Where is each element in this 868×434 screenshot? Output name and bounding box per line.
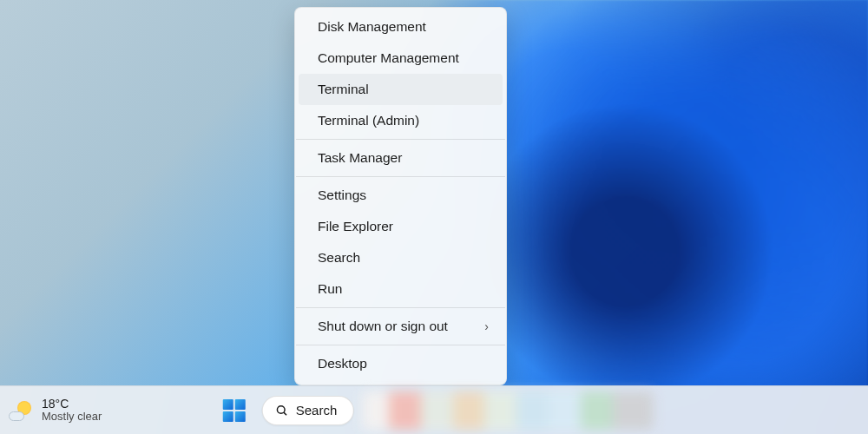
menu-item-label: Search (318, 250, 360, 266)
start-button[interactable] (215, 391, 253, 430)
menu-item-task-manager[interactable]: Task Manager (299, 142, 503, 174)
taskbar-center: Search (215, 386, 654, 434)
menu-item-search[interactable]: Search (299, 242, 503, 273)
chevron-right-icon: › (484, 319, 489, 333)
menu-item-file-explorer[interactable]: File Explorer (299, 211, 503, 242)
desktop[interactable]: Disk ManagementComputer ManagementTermin… (0, 0, 868, 434)
menu-item-label: Settings (318, 187, 366, 203)
menu-item-disk-management[interactable]: Disk Management (299, 11, 503, 43)
menu-item-label: File Explorer (318, 219, 393, 234)
menu-item-run[interactable]: Run (299, 273, 503, 305)
weather-description: Mostly clear (42, 411, 102, 424)
search-label: Search (296, 403, 338, 418)
svg-point-0 (277, 405, 285, 413)
weather-temp: 18°C (42, 397, 102, 411)
menu-item-shut-down-or-sign-out[interactable]: Shut down or sign out› (299, 311, 503, 342)
menu-item-terminal-admin[interactable]: Terminal (Admin) (299, 105, 503, 136)
menu-separator (296, 307, 505, 308)
menu-item-label: Computer Management (318, 50, 459, 66)
menu-item-label: Shut down or sign out (318, 319, 448, 334)
menu-separator (296, 176, 505, 177)
menu-item-label: Desktop (318, 356, 367, 372)
weather-icon (9, 398, 33, 423)
menu-item-computer-management[interactable]: Computer Management (299, 43, 503, 74)
menu-item-label: Terminal (Admin) (318, 113, 419, 128)
menu-item-settings[interactable]: Settings (299, 180, 503, 211)
windows-logo-icon (223, 399, 246, 422)
taskbar: 18°C Mostly clear Search (0, 385, 868, 434)
pinned-apps-blurred (362, 391, 653, 430)
menu-item-terminal[interactable]: Terminal (299, 74, 503, 105)
taskbar-search[interactable]: Search (262, 396, 354, 425)
weather-widget[interactable]: 18°C Mostly clear (0, 386, 102, 434)
menu-item-label: Disk Management (318, 19, 426, 35)
menu-item-desktop[interactable]: Desktop (299, 348, 503, 379)
menu-separator (296, 345, 505, 345)
menu-item-label: Terminal (318, 82, 369, 97)
menu-item-label: Run (318, 281, 342, 297)
menu-separator (296, 139, 505, 140)
menu-item-label: Task Manager (318, 150, 402, 166)
search-icon (275, 404, 289, 418)
svg-line-1 (284, 412, 286, 415)
start-context-menu: Disk ManagementComputer ManagementTermin… (294, 7, 507, 385)
